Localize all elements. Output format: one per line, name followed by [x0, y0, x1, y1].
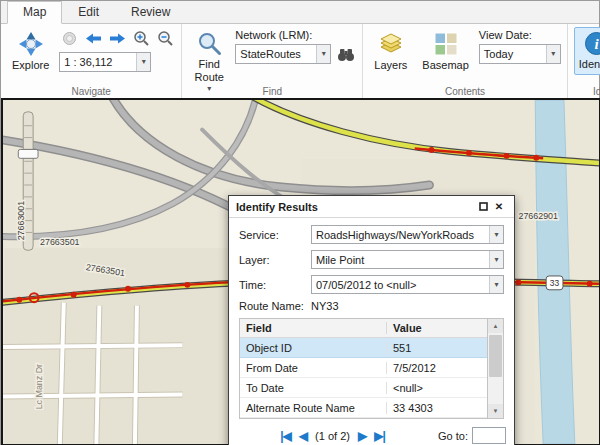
group-find: Find Route ▾ Network (LRM): StateRoutes … [182, 24, 363, 98]
previous-page-button[interactable]: ◀ [299, 430, 307, 442]
layers-label: Layers [374, 59, 407, 72]
basemap-label: Basemap [422, 59, 468, 72]
previous-extent-button[interactable] [83, 29, 103, 48]
map-label-route-left: 27663501 [40, 237, 80, 247]
scroll-thumb[interactable] [489, 335, 502, 377]
chevron-down-icon[interactable]: ▾ [546, 45, 560, 63]
group-label-contents: Contents [363, 86, 567, 97]
map-container: 27663001 27663501 27663501 27662901 Lc M… [1, 98, 600, 445]
basemap-icon [433, 31, 459, 57]
table-row[interactable]: To Date <null> [240, 378, 487, 398]
app-window: Map Edit Review Explore [0, 0, 600, 445]
full-extent-button[interactable] [59, 29, 79, 48]
scale-value: 1 : 36,112 [60, 53, 136, 71]
ribbon: Explore [1, 24, 599, 98]
chevron-down-icon[interactable]: ▾ [489, 251, 503, 268]
identify-button[interactable]: i Identify [574, 27, 600, 75]
pagination-bar: |◀ ◀ (1 of 2) ▶ ▶| Go to: [229, 421, 514, 445]
locate-route-button[interactable] [336, 45, 356, 64]
route-name-value: NY33 [311, 300, 339, 312]
first-page-button[interactable]: |◀ [280, 430, 291, 442]
network-combobox[interactable]: StateRoutes ▾ [235, 44, 331, 64]
arrow-right-icon [109, 32, 126, 45]
service-label: Service: [239, 229, 311, 241]
time-combobox[interactable]: 07/05/2012 to <null> ▾ [311, 275, 504, 294]
view-date-combobox[interactable]: Today ▾ [479, 44, 561, 64]
chevron-down-icon[interactable]: ▾ [489, 226, 503, 243]
scroll-up-icon[interactable]: ▲ [488, 319, 503, 333]
attributes-table: Field Value Object ID 551 From Date 7/5/… [239, 318, 504, 419]
layer-label: Layer: [239, 254, 311, 266]
find-route-label: Find Route [193, 58, 225, 83]
explore-button[interactable]: Explore [7, 27, 54, 76]
search-icon [197, 31, 222, 56]
identify-results-panel: Identify Results ✕ Service: RoadsHighway… [228, 195, 515, 445]
layer-value: Mile Point [312, 251, 489, 268]
arrow-left-icon [85, 32, 102, 45]
layer-combobox[interactable]: Mile Point ▾ [311, 250, 504, 269]
zoom-in-button[interactable] [131, 29, 151, 48]
table-row[interactable]: Object ID 551 [240, 338, 487, 358]
layers-icon [378, 31, 404, 57]
group-label-find: Find [182, 86, 362, 97]
tab-review[interactable]: Review [115, 1, 186, 24]
close-button[interactable]: ✕ [491, 199, 507, 214]
chevron-down-icon[interactable]: ▾ [136, 53, 150, 71]
time-value: 07/05/2012 to <null> [312, 276, 489, 293]
network-value: StateRoutes [236, 45, 316, 63]
identify-icon: i [584, 31, 600, 56]
group-label-navigate: Navigate [1, 86, 181, 97]
last-page-button[interactable]: ▶| [374, 430, 385, 442]
tab-map[interactable]: Map [7, 1, 62, 24]
table-header: Field Value [240, 319, 487, 338]
identify-panel-body: Service: RoadsHighways/NewYorkRoads ▾ La… [229, 218, 514, 421]
network-lrm-label: Network (LRM): [235, 29, 356, 41]
binoculars-icon [337, 47, 355, 62]
scroll-down-icon[interactable]: ▼ [488, 404, 503, 418]
explore-icon [18, 31, 44, 57]
layers-button[interactable]: Layers [369, 27, 412, 76]
service-value: RoadsHighways/NewYorkRoads [312, 226, 489, 243]
table-row[interactable]: Alternate Route Name 33 4303 [240, 398, 487, 418]
group-identify: i Identify Identify [568, 24, 600, 98]
table-scrollbar[interactable]: ▲ ▼ [487, 319, 503, 418]
basemap-button[interactable]: Basemap [417, 27, 473, 76]
view-date-label: View Date: [479, 29, 561, 41]
zoom-in-icon [133, 30, 150, 47]
page-indicator: (1 of 2) [315, 430, 350, 442]
chevron-down-icon[interactable]: ▾ [489, 276, 503, 293]
scroll-track[interactable] [488, 333, 503, 404]
group-navigate: Explore [1, 24, 182, 98]
goto-label: Go to: [438, 430, 468, 442]
group-label-identify: Identify [568, 86, 600, 97]
zoom-slider-handle[interactable] [18, 149, 38, 158]
column-field: Field [240, 322, 387, 334]
identify-label: Identify [579, 58, 600, 71]
time-label: Time: [239, 279, 311, 291]
undock-button[interactable] [475, 199, 491, 214]
map-label-route-right: 27662901 [518, 211, 558, 221]
full-extent-icon [62, 31, 77, 46]
goto-input[interactable] [472, 427, 506, 444]
zoom-out-button[interactable] [155, 29, 175, 48]
map-label-street: Lc Manz Dr [34, 364, 44, 409]
chevron-down-icon[interactable]: ▾ [316, 45, 330, 63]
identify-panel-titlebar[interactable]: Identify Results ✕ [229, 196, 514, 218]
map-label-route-vertical: 27663001 [16, 201, 26, 241]
next-page-button[interactable]: ▶ [358, 430, 366, 442]
route-shield: 33 [546, 276, 563, 290]
view-date-value: Today [480, 45, 546, 63]
route-name-label: Route Name: [239, 300, 311, 312]
service-combobox[interactable]: RoadsHighways/NewYorkRoads ▾ [311, 225, 504, 244]
route-shield-number: 33 [550, 278, 560, 288]
group-contents: Layers Basemap View Date: Today ▾ Conten… [363, 24, 568, 98]
tab-edit[interactable]: Edit [62, 1, 115, 24]
explore-label: Explore [12, 59, 49, 72]
column-value: Value [387, 322, 487, 334]
ribbon-tabbar: Map Edit Review [1, 1, 599, 24]
undock-icon [479, 202, 488, 211]
next-extent-button[interactable] [107, 29, 127, 48]
zoom-out-icon [157, 30, 174, 47]
table-row[interactable]: From Date 7/5/2012 [240, 358, 487, 378]
scale-combobox[interactable]: 1 : 36,112 ▾ [59, 52, 151, 72]
